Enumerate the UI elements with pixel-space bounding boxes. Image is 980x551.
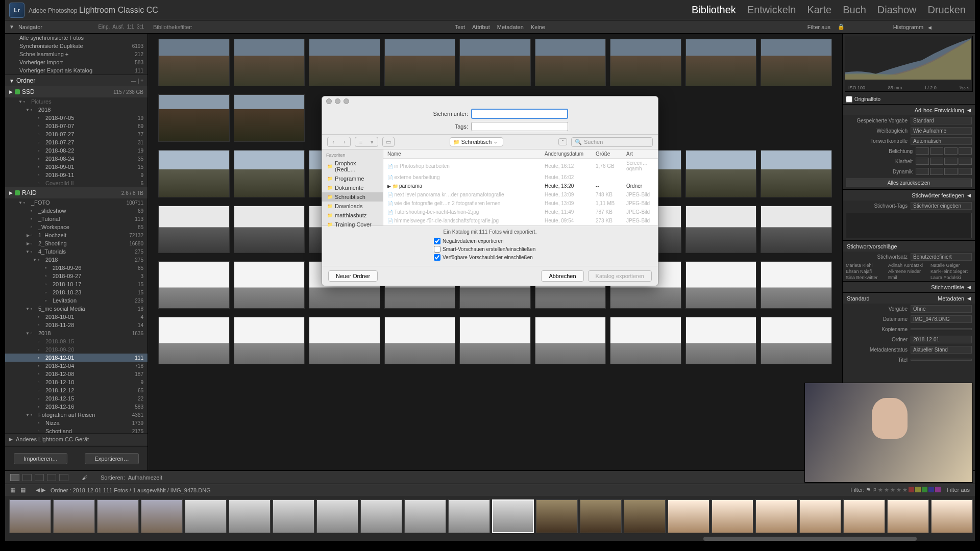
thumbnail[interactable] [158,39,230,86]
export-button[interactable]: Exportieren… [85,453,138,464]
filmstrip-thumb[interactable] [887,499,929,533]
catalog-item[interactable]: Alle synchronisierte Fotos [5,34,148,42]
search-input[interactable]: 🔍 Suchen [571,137,653,147]
dialog-sidebar-item[interactable]: Downloads [322,202,383,211]
keyword-suggestion[interactable]: Emil [888,275,929,280]
available-previews-checkbox[interactable] [434,254,440,261]
folder-item[interactable]: ▫2018-10-014 [5,313,148,321]
folder-item[interactable]: ▼▫2018275 [5,256,148,264]
dialog-sidebar-item[interactable]: Dokumente [322,183,383,192]
thumbnail[interactable] [761,39,832,86]
catalog-item[interactable]: Vorheriger Export als Katalog111 [5,66,148,74]
module-book[interactable]: Buch [843,4,866,16]
filmstrip-thumb[interactable] [185,499,227,533]
thumbnail[interactable] [610,39,681,86]
thumbnail[interactable] [685,261,757,309]
thumbnail[interactable] [685,206,757,253]
module-print[interactable]: Drucken [928,4,966,16]
nav-back-forward[interactable]: ‹› [327,137,351,147]
grid-view-icon[interactable] [10,474,19,481]
clarity-stepper[interactable] [916,158,972,165]
drive-header[interactable]: ▶SSD115 / 238 GB [5,86,148,97]
dialog-sidebar-item[interactable]: matthiasbutz [322,211,383,220]
thumbnail[interactable] [158,94,230,142]
flag-filter-icon[interactable]: ⚑ [866,487,871,493]
tags-input[interactable] [471,122,568,131]
thumbnail[interactable] [761,150,832,197]
filter-text[interactable]: Text [455,24,465,30]
other-lightroom-device[interactable]: Anderes Lightroom CC-Gerät [16,436,89,442]
view-mode-toggle[interactable]: ≡▾ [355,137,378,147]
filmstrip-thumb[interactable] [360,499,402,533]
dialog-sidebar-item[interactable]: Programme [322,174,383,183]
file-row[interactable]: next level panorama kr…der panoramafotog… [383,190,658,199]
keyword-tags-input[interactable]: Stichwörter eingeben [911,202,972,210]
group-toggle[interactable]: ▭ [382,137,395,147]
folder-item[interactable]: ▫2018-09-273 [5,272,148,280]
star-filter[interactable]: ★ [896,487,901,493]
folder-item[interactable]: ▫2018-07-2731 [5,138,148,146]
thumbnail[interactable] [685,39,757,86]
folder-item[interactable]: ▫2018-10-2315 [5,288,148,296]
new-folder-button[interactable]: Neuer Ordner [328,270,378,282]
minimize-icon[interactable] [335,98,340,104]
folder-item[interactable]: ▫2018-08-2435 [5,155,148,163]
star-filter[interactable]: ★ [884,487,889,493]
thumbnail[interactable] [761,261,832,309]
file-row[interactable]: in Photoshop bearbeitenHeute, 16:121,76 … [383,159,658,173]
filter-lock-icon[interactable]: 🔒 [838,23,845,30]
survey-view-icon[interactable] [47,474,56,481]
location-select[interactable]: Schreibtisch ⌄ [450,137,504,146]
drive-header[interactable]: ▶RAID2.6 / 8 TB [5,187,148,198]
keyword-suggestion[interactable]: Natalie Geiger [930,263,972,268]
thumbnail[interactable] [761,317,832,364]
thumbnail[interactable] [158,261,230,309]
people-view-icon[interactable] [59,474,68,481]
title-field[interactable] [911,359,972,361]
file-row[interactable]: externe bearbeitungHeute, 16:02 [383,173,658,182]
expand-icon[interactable]: ˄ [558,138,567,145]
filmstrip-thumb[interactable] [580,499,622,533]
folder-item[interactable]: ▫Nizza1739 [5,419,148,427]
thumbnail[interactable] [234,94,305,142]
folder-item[interactable]: ▫2018-12-1522 [5,394,148,403]
star-filter[interactable]: ★ [878,487,883,493]
folder-item[interactable]: ▶▫2_Shooting16680 [5,239,148,247]
filmstrip-thumb[interactable] [273,499,314,533]
folder-item[interactable]: ▫_slideshow69 [5,207,148,215]
folder-item[interactable]: ▫2018-09-119 [5,171,148,179]
filmstrip-thumb[interactable] [799,499,841,533]
filmstrip-thumb[interactable] [843,499,885,533]
folder-item[interactable]: ▫2018-12-04718 [5,362,148,370]
cancel-button[interactable]: Abbrechen [541,270,583,282]
folder-item[interactable]: ▫Schottland2175 [5,427,148,433]
save-as-input[interactable] [471,109,568,119]
close-icon[interactable] [326,98,332,104]
folder-item[interactable]: ▫_Workspace85 [5,223,148,231]
thumbnail[interactable] [384,317,456,364]
filmstrip-thumb[interactable] [229,499,271,533]
dialog-sidebar-item[interactable]: Schreibtisch [322,192,383,202]
keyword-suggestion[interactable]: Adinah Kordatzki [888,263,929,268]
thumbnail[interactable] [459,317,531,364]
keyword-suggestion[interactable]: Alkmene Nieder [888,269,929,274]
zoom-icon[interactable] [344,98,349,104]
filmstrip-thumb[interactable] [492,499,534,533]
module-library[interactable]: Bibliothek [692,4,736,16]
filmstrip[interactable] [5,496,975,537]
copyname-field[interactable] [911,328,972,330]
filmstrip-thumb[interactable] [141,499,183,533]
folder-item[interactable]: ▫2018-08-2219 [5,146,148,155]
filmstrip-thumb[interactable] [712,499,753,533]
filter-none[interactable]: Keine [531,24,545,30]
original-photo-checkbox[interactable] [846,96,852,103]
folder-item[interactable]: ▫2018-09-2685 [5,264,148,272]
thumbnail[interactable] [158,150,230,197]
filmstrip-scrollbar[interactable] [5,537,975,541]
tonecontrol-select[interactable]: Automatisch [911,137,972,145]
filmstrip-thumb[interactable] [536,499,578,533]
thumbnail[interactable] [384,39,456,86]
thumbnail[interactable] [158,206,230,253]
keyword-suggestion[interactable]: Sina Benkwitter [846,275,887,280]
preset-select[interactable]: Standard [911,117,972,124]
